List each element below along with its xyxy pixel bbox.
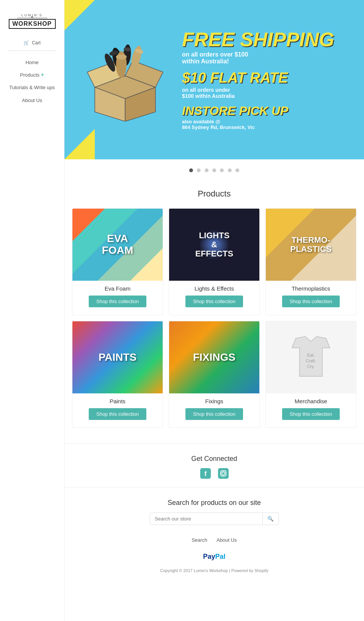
free-shipping-title: FREE SHIPPING	[182, 30, 349, 49]
svg-rect-20	[218, 468, 229, 479]
fixings-shop-btn[interactable]: Shop this collection	[185, 408, 243, 420]
slider-dot-3[interactable]	[205, 168, 209, 172]
eva-foam-label: EVAFOAM	[102, 233, 133, 256]
logo-bottom: WORKSHOP	[9, 19, 56, 29]
product-img-paints: PAINTS	[72, 321, 163, 393]
product-img-eva-foam: EVAFOAM	[72, 209, 163, 281]
free-shipping-sub: on all orders over $100within Australia!	[182, 51, 349, 65]
cart-icon: 🛒	[24, 40, 29, 46]
products-link[interactable]: Products	[20, 72, 39, 78]
sidebar-item-about[interactable]: About Us	[0, 94, 64, 107]
nav-links: Home Products + Tutorials & Write ups Ab…	[0, 54, 64, 108]
paints-shop-btn[interactable]: Shop this collection	[89, 408, 146, 420]
search-section: Search for products on our site 🔍 Search…	[64, 487, 364, 588]
main-content: FREE SHIPPING on all orders over $100wit…	[64, 0, 364, 588]
search-icon: 🔍	[267, 516, 274, 522]
banner: FREE SHIPPING on all orders over $100wit…	[64, 0, 364, 159]
merch-name: Merchandise	[266, 398, 356, 404]
banner-text-area: FREE SHIPPING on all orders over $100wit…	[171, 30, 349, 130]
paints-label: PAINTS	[99, 352, 137, 363]
thermo-name: Thermoplastics	[266, 285, 356, 292]
slider-dot-4[interactable]	[212, 168, 216, 172]
lights-name: Lights & Effects	[169, 285, 259, 292]
banner-box-image	[80, 38, 171, 121]
copyright: Copyright © 2017 Lumin's Workshop | Powe…	[72, 564, 356, 580]
get-connected-section: Get Connected f	[64, 443, 364, 487]
yellow-corner-bl	[64, 129, 95, 159]
flat-rate-sub: on all orders under$100 within Australia	[182, 87, 349, 99]
product-img-thermo: THERMO-PLASTICS	[266, 209, 356, 281]
products-grid: EVAFOAM Eva Foam Shop this collection LI…	[72, 208, 356, 428]
search-box: 🔍	[150, 513, 279, 525]
sidebar: LUMIN'S ⚙ WORKSHOP 🛒 Cart Home Products …	[0, 0, 64, 588]
paypal-area: PayPal	[72, 547, 356, 564]
sidebar-item-home[interactable]: Home	[0, 56, 64, 69]
svg-text:Craft.: Craft.	[306, 358, 316, 363]
slider-dots	[64, 159, 364, 181]
instore-title: INSTORE PICK UP	[182, 105, 349, 117]
paypal-logo: PayPal	[203, 553, 225, 560]
svg-point-13	[116, 54, 127, 60]
slider-dot-2[interactable]	[197, 168, 201, 172]
search-title: Search for products on our site	[72, 499, 356, 507]
search-submit-btn[interactable]: 🔍	[262, 513, 278, 525]
product-img-lights: LIGHTS&EFFECTS	[169, 209, 259, 281]
product-card-thermo: THERMO-PLASTICS Thermoplastics Shop this…	[265, 208, 356, 315]
search-input[interactable]	[150, 513, 262, 525]
slider-dot-7[interactable]	[235, 168, 239, 172]
thermo-shop-btn[interactable]: Shop this collection	[282, 296, 340, 307]
fixings-name: Fixings	[169, 398, 259, 404]
eva-foam-shop-btn[interactable]: Shop this collection	[89, 296, 146, 307]
thermo-label: THERMO-PLASTICS	[290, 236, 332, 254]
slider-dot-6[interactable]	[228, 168, 232, 172]
products-section: Products EVAFOAM Eva Foam Shop this coll…	[64, 181, 364, 443]
slider-dot-1[interactable]	[189, 168, 193, 172]
paints-name: Paints	[72, 398, 163, 404]
logo-area: LUMIN'S ⚙ WORKSHOP	[0, 8, 64, 36]
products-plus-icon: +	[41, 72, 44, 78]
footer-about-link[interactable]: About Us	[217, 537, 237, 543]
svg-text:Cry.: Cry.	[307, 364, 314, 369]
instagram-icon[interactable]	[217, 467, 229, 480]
sidebar-divider	[8, 50, 56, 51]
tshirt-svg: Eat. Craft. Cry.	[286, 335, 336, 380]
product-card-merch: Eat. Craft. Cry. Merchandise Shop this c…	[265, 321, 356, 428]
product-card-eva-foam: EVAFOAM Eva Foam Shop this collection	[72, 208, 163, 315]
home-link[interactable]: Home	[25, 60, 39, 65]
cart-button[interactable]: 🛒 Cart	[0, 36, 64, 47]
svg-text:Eat.: Eat.	[307, 353, 315, 357]
merch-shop-btn[interactable]: Shop this collection	[282, 408, 340, 420]
cart-label: Cart	[32, 40, 41, 46]
product-card-lights: LIGHTS&EFFECTS Lights & Effects Shop thi…	[169, 208, 260, 315]
flat-rate-title: $10 FLAT RATE	[182, 71, 349, 85]
yellow-corner-tl	[64, 0, 95, 30]
footer-search-link[interactable]: Search	[191, 537, 207, 543]
instore-sub: also available @864 Sydney Rd, Brunswick…	[182, 119, 349, 130]
social-icons: f	[64, 467, 364, 480]
product-card-fixings: FIXINGS Fixings Shop this collection	[169, 321, 260, 428]
tutorials-link[interactable]: Tutorials & Write ups	[9, 85, 55, 90]
sidebar-item-products[interactable]: Products +	[0, 69, 64, 81]
lights-shop-btn[interactable]: Shop this collection	[185, 296, 243, 307]
eva-foam-name: Eva Foam	[72, 285, 163, 292]
products-section-title: Products	[72, 189, 356, 199]
svg-text:f: f	[204, 470, 207, 478]
product-card-paints: PAINTS Paints Shop this collection	[72, 321, 163, 428]
fixings-label: FIXINGS	[193, 352, 235, 363]
get-connected-title: Get Connected	[64, 455, 364, 463]
footer-nav: Search About Us	[72, 533, 356, 547]
svg-point-23	[225, 471, 226, 472]
product-img-fixings: FIXINGS	[169, 321, 259, 393]
about-link[interactable]: About Us	[22, 97, 42, 103]
slider-dot-5[interactable]	[220, 168, 224, 172]
lights-label: LIGHTS&EFFECTS	[195, 231, 233, 259]
sidebar-item-tutorials[interactable]: Tutorials & Write ups	[0, 81, 64, 94]
product-img-merch: Eat. Craft. Cry.	[266, 321, 356, 393]
facebook-icon[interactable]: f	[199, 467, 212, 480]
